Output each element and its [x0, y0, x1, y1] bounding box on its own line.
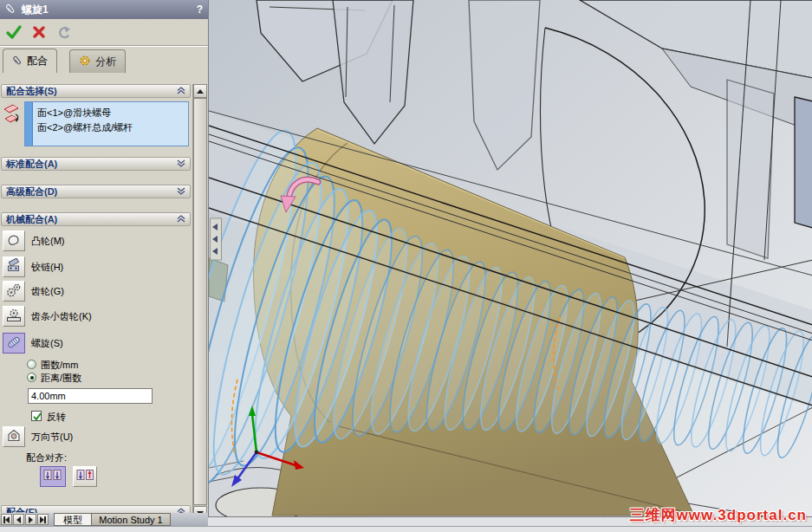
section-label: 配合选择(S): [6, 84, 57, 98]
chevron-up-icon: [177, 212, 185, 226]
next-tab-button[interactable]: [25, 514, 36, 525]
property-manager-panel: 螺旋1 ? 配合: [0, 0, 208, 532]
section-label: 高级配合(D): [6, 185, 57, 198]
aligned-icon: [42, 469, 63, 485]
prev-tab-button[interactable]: [13, 514, 24, 525]
section-mate-selections[interactable]: 配合选择(S): [1, 84, 191, 98]
selected-face-2[interactable]: 面<2>@螺杆总成/螺杆: [37, 120, 133, 135]
gear-icon: [79, 55, 91, 69]
tab-mate-label: 配合: [27, 54, 48, 68]
scroll-up-button[interactable]: [193, 84, 207, 98]
paperclip-icon: [12, 55, 23, 68]
chevron-down-icon: [177, 185, 185, 198]
tab-mate[interactable]: 配合: [3, 49, 57, 73]
cam-mate-button[interactable]: [3, 230, 25, 251]
section-standard-mates[interactable]: 标准配合(A): [1, 157, 191, 171]
blue-bracket-part: [795, 97, 812, 228]
reverse-label[interactable]: 反转: [47, 411, 66, 424]
panel-splitter-handle[interactable]: [211, 218, 222, 260]
distance-per-revolution-label[interactable]: 距离/圈数: [41, 372, 81, 385]
selection-listbox-bar: [25, 102, 33, 146]
revolutions-per-mm-label[interactable]: 圈数/mm: [41, 359, 78, 372]
section-label: 标准配合(A): [6, 157, 57, 171]
check-icon: [32, 412, 42, 422]
scroll-thumb[interactable]: [193, 98, 207, 505]
section-advanced-mates[interactable]: 高级配合(D): [1, 185, 191, 198]
section-mates[interactable]: 配合(F): [1, 505, 191, 513]
solidworks-window: 螺旋1 ? 配合: [0, 0, 812, 532]
anti-aligned-button[interactable]: [73, 466, 97, 487]
mate-selection-listbox[interactable]: 面<1>@滑块螺母 面<2>@螺杆总成/螺杆: [24, 101, 189, 146]
cancel-button[interactable]: [29, 22, 49, 42]
tab-analysis[interactable]: 分析: [69, 49, 126, 73]
red-faces-icon: [2, 102, 23, 130]
rack-pinion-mate-button[interactable]: [3, 306, 25, 327]
selected-face-1[interactable]: 面<1>@滑块螺母: [37, 106, 133, 120]
left-arrow-icon: [16, 516, 21, 523]
cam-mate-label[interactable]: 凸轮(M): [31, 235, 65, 248]
section-label: 配合(F): [6, 505, 37, 513]
property-manager-body: 配合选择(S) 面<1>@滑块螺母 面<2>@螺杆总成/螺杆 标准配合(A): [0, 73, 192, 513]
first-tab-button[interactable]: [1, 514, 12, 525]
gear-mate-button[interactable]: [3, 281, 25, 302]
viewport-canvas: [209, 0, 812, 516]
panel-title: 螺旋1: [22, 3, 49, 17]
property-manager-toolbar: [0, 19, 208, 46]
green-check-icon: [5, 23, 23, 41]
aligned-button[interactable]: [40, 466, 66, 487]
right-arrow-icon: [29, 516, 33, 523]
rack-pinion-icon: [6, 308, 22, 325]
revolutions-per-mm-radio[interactable]: [27, 360, 36, 369]
gears-icon: [6, 282, 22, 300]
mate-alignment-label: 配合对齐:: [26, 451, 67, 464]
help-button[interactable]: ?: [197, 3, 203, 16]
distance-per-revolution-radio[interactable]: [27, 373, 36, 382]
distance-value-input[interactable]: [28, 388, 153, 404]
rack-pinion-mate-label[interactable]: 齿条小齿轮(K): [31, 310, 92, 323]
first-arrow-icon: [5, 516, 10, 523]
watermark-text: 三维网www.3dportal.cn: [630, 505, 807, 525]
last-tab-button[interactable]: [37, 514, 49, 525]
universal-joint-icon: [6, 428, 22, 445]
status-strip: [0, 526, 812, 532]
tab-model[interactable]: 模型: [54, 513, 92, 526]
screw-mate-button[interactable]: [3, 333, 25, 354]
undo-button[interactable]: [54, 22, 75, 42]
hinge-mate-button[interactable]: [3, 256, 25, 277]
chevron-up-icon: [177, 84, 185, 98]
universal-joint-label[interactable]: 万向节(U): [31, 431, 73, 444]
up-arrow-icon: [197, 89, 204, 94]
ok-button[interactable]: [3, 22, 24, 42]
configuration-tab-bar: 模型 Motion Study 1: [0, 513, 208, 526]
hinge-mate-label[interactable]: 铰链(H): [31, 261, 63, 274]
universal-joint-button[interactable]: [3, 426, 25, 447]
screw-icon: [6, 334, 22, 352]
red-x-icon: [31, 24, 47, 40]
anti-aligned-icon: [75, 469, 95, 485]
section-label: 机械配合(A): [6, 212, 57, 226]
reverse-checkbox[interactable]: [31, 411, 42, 421]
property-manager-tabs: 配合 分析: [0, 49, 208, 73]
section-mechanical-mates[interactable]: 机械配合(A): [1, 212, 191, 226]
tab-analysis-label: 分析: [95, 55, 116, 69]
property-manager-titlebar: 螺旋1 ?: [0, 0, 208, 19]
paperclip-icon: [5, 3, 16, 17]
hinge-icon: [6, 258, 22, 276]
undo-arrow-icon: [55, 24, 73, 40]
panel-scrollbar[interactable]: [192, 84, 207, 520]
chevron-down-icon: [177, 157, 185, 171]
tab-motion-study[interactable]: Motion Study 1: [91, 513, 171, 526]
graphics-viewport[interactable]: [208, 0, 812, 516]
gear-mate-label[interactable]: 齿轮(G): [31, 285, 64, 298]
screw-mate-label[interactable]: 螺旋(S): [31, 337, 63, 350]
chevron-up-icon: [177, 505, 185, 513]
cam-icon: [6, 232, 22, 250]
